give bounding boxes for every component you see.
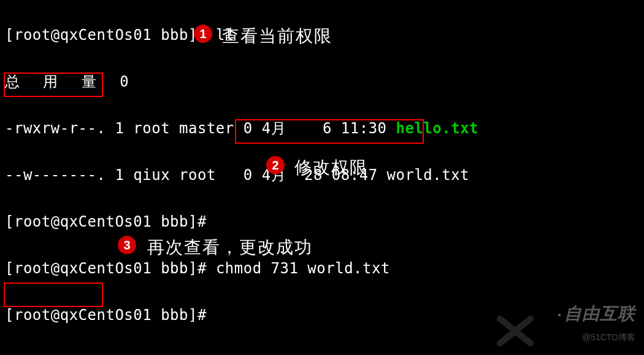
badge-2: 2 [266, 156, 285, 174]
note-2: 修改权限 [294, 156, 368, 179]
badge-1: 1 [194, 25, 212, 43]
watermark: 自由互联 @51CTO博客 [558, 302, 635, 349]
cmd-chmod: chmod 731 world.txt [216, 260, 390, 277]
totals-line-1: 总 用 量 0 [5, 70, 639, 93]
ls-long-hello-1: -rwxrw-r--. 1 root master 0 4月 6 11:30 h… [5, 117, 639, 140]
prompt-line-ls[interactable]: [root@qxCentOs01 bbb]# ls [5, 350, 639, 355]
note-1: 查看当前权限 [222, 25, 332, 48]
file-world: world.txt [387, 166, 470, 184]
watermark-x-icon [497, 316, 534, 346]
badge-3: 3 [118, 236, 136, 254]
prompt-line-empty-1[interactable]: [root@qxCentOs01 bbb]# [5, 210, 639, 233]
prompt-line-empty-2[interactable]: [root@qxCentOs01 bbb]# [5, 303, 639, 327]
prompt-line-chmod[interactable]: [root@qxCentOs01 bbb]# chmod 731 world.t… [5, 257, 639, 280]
note-3: 再次查看，更改成功 [147, 236, 313, 259]
file-hello: hello.txt [396, 120, 479, 137]
